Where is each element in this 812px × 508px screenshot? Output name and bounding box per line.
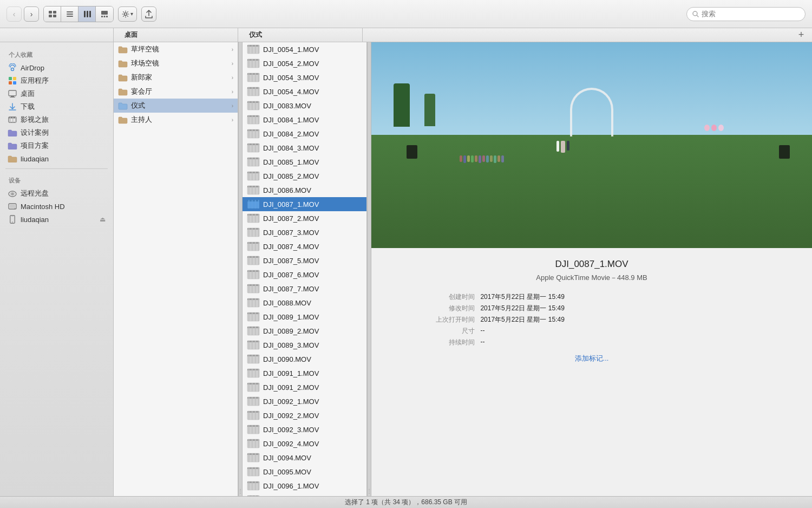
svg-rect-12 [104,16,106,17]
file-item-f31[interactable]: DJI_0095.MOV [243,465,366,479]
column-view-button[interactable] [78,6,96,22]
add-tag-link[interactable]: 添加标记... [575,354,609,363]
folder-arrow: › [232,103,233,109]
sidebar-item-liudaqian-device[interactable]: liudaqian ⏏ [2,213,111,226]
file-name: DJI_0095.MOV [263,468,362,476]
file-item-f24[interactable]: DJI_0091_1.MOV [243,366,366,380]
file-name: DJI_0084_1.MOV [263,116,362,124]
preview-panel: DJI_0087_1.MOV Apple QuickTime Movie－448… [371,42,812,496]
settings-button[interactable]: ▾ [118,6,137,22]
file-item-f29[interactable]: DJI_0092_4.MOV [243,437,366,451]
search-input[interactable] [702,10,788,18]
file-item-f6[interactable]: DJI_0084_1.MOV [243,113,366,127]
file-item-f17[interactable]: DJI_0087_6.MOV [243,268,366,282]
file-item-f18[interactable]: DJI_0087_7.MOV [243,282,366,296]
sidebar-item-remote-disk-label: 远程光盘 [21,188,49,198]
file-item-f2[interactable]: DJI_0054_2.MOV [243,56,366,70]
file-item-f3[interactable]: DJI_0054_3.MOV [243,70,366,84]
main-container: 个人收藏 AirDrop 应用程序 [0,42,812,496]
file-item-f26[interactable]: DJI_0092_1.MOV [243,394,366,408]
svg-rect-60 [252,87,253,96]
add-column-button[interactable]: + [796,30,807,41]
file-item-f9[interactable]: DJI_0085_1.MOV [243,155,366,169]
file-item-f15[interactable]: DJI_0087_4.MOV [243,239,366,253]
sidebar-item-design[interactable]: 设计案例 [2,126,111,139]
preview-image-container [371,42,812,248]
svg-rect-13 [106,16,108,17]
svg-rect-3 [53,15,56,17]
svg-rect-19 [13,81,16,84]
sidebar-item-airdrop[interactable]: AirDrop [2,61,111,74]
file-item-f1[interactable]: DJI_0054_1.MOV [243,42,366,56]
video-file-icon [247,453,260,463]
back-button[interactable]: ‹ [6,6,22,22]
folder-item-ceremony[interactable]: 仪式 › [114,99,238,113]
search-box[interactable] [686,7,806,21]
file-item-f23[interactable]: DJI_0090.MOV [243,352,366,366]
sidebar-item-movies[interactable]: 影视之旅 [2,113,111,126]
folder-item-newhome[interactable]: 新郎家 › [114,70,238,84]
file-item-f11[interactable]: DJI_0086.MOV [243,183,366,197]
file-item-f13[interactable]: DJI_0087_2.MOV [243,211,366,225]
forward-button[interactable]: › [24,6,39,22]
file-name: DJI_0092_3.MOV [263,426,362,434]
file-name: DJI_0087_3.MOV [263,229,362,237]
file-item-f10[interactable]: DJI_0085_2.MOV [243,169,366,183]
sidebar-item-projects[interactable]: 项目方案 [2,139,111,152]
file-item-f14[interactable]: DJI_0087_3.MOV [243,225,366,239]
sidebar-item-macintosh-hd[interactable]: Macintosh HD [2,200,111,213]
sidebar-item-liudaqian[interactable]: liudaqian [2,152,111,165]
svg-rect-1 [53,11,56,14]
panel-divider-1[interactable] [238,42,243,496]
sidebar-item-applications[interactable]: 应用程序 [2,74,111,87]
file-item-f22[interactable]: DJI_0089_3.MOV [243,338,366,352]
file-item-f32[interactable]: DJI_0096_1.MOV [243,479,366,493]
folder-arrow: › [232,47,233,53]
folder-item-ballfield[interactable]: 球场空镜 › [114,56,238,70]
svg-rect-59 [248,87,250,96]
file-item-f20[interactable]: DJI_0089_1.MOV [243,310,366,324]
gallery-view-button[interactable] [96,6,113,22]
svg-rect-4 [67,11,73,12]
nav-buttons: ‹ › [6,6,39,22]
file-item-f12[interactable]: DJI_0087_1.MOV [243,197,366,211]
list-view-button[interactable] [61,6,78,22]
svg-rect-122 [258,228,259,237]
file-item-f27[interactable]: DJI_0092_2.MOV [243,408,366,422]
eject-button[interactable]: ⏏ [100,216,106,223]
file-item-f28[interactable]: DJI_0092_3.MOV [243,422,366,437]
svg-rect-169 [255,341,256,349]
svg-rect-143 [248,284,250,293]
file-item-f25[interactable]: DJI_0091_2.MOV [243,380,366,394]
svg-rect-222 [252,467,253,476]
svg-point-32 [12,193,13,194]
file-item-f5[interactable]: DJI_0083.MOV [243,99,366,113]
svg-rect-115 [255,214,256,223]
svg-rect-11 [101,16,103,17]
file-name: DJI_0054_3.MOV [263,74,362,82]
svg-rect-133 [255,256,256,265]
sidebar-item-design-label: 设计案例 [21,128,49,138]
sidebar-item-remote-disk[interactable]: 远程光盘 [2,187,111,200]
folder-name: 仪式 [131,101,228,110]
svg-rect-116 [258,214,259,223]
svg-rect-110 [258,200,259,209]
sidebar-item-desktop[interactable]: 桌面 [2,87,111,100]
folder-item-host[interactable]: 主持人 › [114,113,238,127]
file-item-f30[interactable]: DJI_0094.MOV [243,451,366,465]
folder-item-grassfield[interactable]: 草坪空镜 › [114,42,238,56]
file-item-f8[interactable]: DJI_0084_3.MOV [243,141,366,155]
file-item-f4[interactable]: DJI_0054_4.MOV [243,84,366,99]
file-item-f21[interactable]: DJI_0089_2.MOV [243,324,366,338]
file-item-f7[interactable]: DJI_0084_2.MOV [243,127,366,141]
file-item-f16[interactable]: DJI_0087_5.MOV [243,253,366,268]
folder-item-banquet[interactable]: 宴会厅 › [114,84,238,99]
file-item-f19[interactable]: DJI_0088.MOV [243,296,366,310]
icon-view-button[interactable] [44,6,61,22]
panel-divider-2[interactable] [367,42,371,496]
svg-rect-138 [252,270,253,279]
svg-rect-180 [252,369,253,377]
video-file-icon [247,242,260,251]
sidebar-item-downloads[interactable]: 下载 [2,100,111,113]
share-button[interactable] [141,6,156,22]
